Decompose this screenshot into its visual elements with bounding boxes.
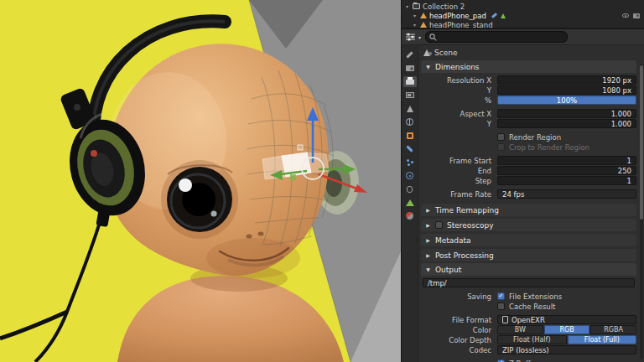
- tab-modifiers[interactable]: [403, 143, 417, 154]
- field-label: Step: [421, 177, 497, 185]
- character: [107, 44, 344, 362]
- tab-object[interactable]: [403, 130, 417, 141]
- tab-material[interactable]: [403, 210, 417, 221]
- physics-icon: [406, 172, 413, 179]
- file-extensions-checkbox[interactable]: ✓: [497, 292, 505, 300]
- output-path-field[interactable]: /tmp/: [423, 278, 635, 287]
- frame-step-field[interactable]: 1: [497, 176, 636, 185]
- tab-tool[interactable]: [403, 49, 417, 60]
- properties-tab-strip: [402, 45, 418, 362]
- editor-type-button[interactable]: ▾: [405, 32, 423, 42]
- field-value: OpenEXR: [512, 316, 545, 324]
- outliner: ▾ Collection 2 ▾ headPhone_pad ▾: [402, 0, 644, 29]
- disable-in-render-icon[interactable]: [633, 13, 640, 18]
- properties-scrollbar[interactable]: [640, 64, 643, 359]
- resolution-x-field[interactable]: 1920 px: [497, 75, 636, 85]
- expand-arrow-icon[interactable]: ▾: [413, 22, 420, 28]
- outliner-row-collection[interactable]: ▾ Collection 2: [402, 2, 644, 11]
- mesh-object-icon: [420, 13, 427, 18]
- outliner-item-label[interactable]: headPhone_stand: [429, 21, 493, 29]
- stereoscopy-checkbox[interactable]: ✓: [435, 221, 443, 229]
- tab-object-data[interactable]: [403, 197, 417, 208]
- properties-search-input[interactable]: [425, 31, 568, 43]
- scene-icon: [407, 106, 413, 112]
- modifiers-wrench-icon: [406, 145, 413, 152]
- post-processing-panel-header[interactable]: ▶ Post Processing: [421, 249, 636, 261]
- field-value: 1080 px: [602, 86, 631, 95]
- breadcrumb: Scene: [421, 47, 636, 59]
- expand-arrow-icon: ▶: [425, 207, 431, 213]
- checkbox-label: Cache Result: [509, 303, 555, 311]
- tab-particles[interactable]: [403, 157, 417, 168]
- tab-render[interactable]: [403, 63, 417, 74]
- resolution-y-field[interactable]: 1080 px: [497, 85, 636, 95]
- cache-result-checkbox[interactable]: ✓: [497, 303, 505, 310]
- outliner-item-label[interactable]: Collection 2: [423, 3, 465, 11]
- tab-view-layer[interactable]: [403, 90, 417, 101]
- panel-title: Metadata: [435, 236, 471, 245]
- checkbox-label: Z Buffer: [509, 359, 538, 362]
- gizmo-plane-handle[interactable]: [290, 174, 296, 180]
- hide-in-viewport-icon[interactable]: [622, 13, 629, 18]
- metadata-panel-header[interactable]: ▶ Metadata: [421, 234, 636, 246]
- color-mode-bw[interactable]: BW: [497, 325, 543, 334]
- tab-constraints[interactable]: [403, 184, 417, 194]
- outliner-item-label[interactable]: headPhone_pad: [429, 12, 486, 20]
- tab-physics[interactable]: [403, 170, 417, 181]
- object-icon: [407, 132, 413, 139]
- field-value: 24 fps: [502, 190, 524, 199]
- aspect-y-field[interactable]: 1.000: [497, 119, 636, 128]
- field-label: File Format: [421, 316, 497, 324]
- output-panel-header[interactable]: ▼ Output: [421, 263, 636, 276]
- tab-scene[interactable]: [403, 103, 417, 114]
- crop-render-region-checkbox[interactable]: ✓: [497, 143, 505, 151]
- resolution-percent-slider[interactable]: 100%: [497, 96, 636, 105]
- tab-world[interactable]: [403, 116, 417, 127]
- outliner-row-headphone-stand[interactable]: ▾ headPhone_stand: [402, 20, 644, 29]
- color-mode-rgb[interactable]: RGB: [544, 325, 590, 334]
- field-label: Color Depth: [421, 336, 497, 344]
- outliner-row-headphone-pad[interactable]: ▾ headPhone_pad: [402, 11, 644, 20]
- particles-icon: [407, 159, 409, 162]
- eye-highlight: [179, 178, 192, 192]
- field-value: 100%: [557, 96, 577, 105]
- field-label: Frame Start: [421, 157, 497, 165]
- panel-title: Output: [435, 266, 461, 274]
- material-icon: [406, 212, 413, 220]
- depth-float-full[interactable]: Float (Full): [568, 335, 637, 344]
- depth-float-half[interactable]: Float (Half): [497, 335, 567, 344]
- panel-title: Dimensions: [435, 63, 480, 71]
- tab-output[interactable]: [403, 76, 417, 87]
- blender-window: ▾ Collection 2 ▾ headPhone_pad ▾: [0, 0, 644, 362]
- render-region-checkbox[interactable]: ✓: [497, 133, 505, 141]
- frame-end-field[interactable]: 250: [497, 166, 636, 175]
- aspect-x-field[interactable]: 1.000: [497, 109, 636, 118]
- color-mode-rgba[interactable]: RGBA: [590, 325, 636, 334]
- field-value: 1.000: [611, 110, 631, 118]
- view-layer-icon: [406, 92, 414, 98]
- field-label: Saving: [421, 292, 497, 301]
- field-value: 1: [627, 157, 631, 165]
- file-format-dropdown[interactable]: OpenEXR: [497, 315, 636, 324]
- 3d-viewport[interactable]: [0, 0, 401, 362]
- panel-title: Post Processing: [435, 251, 494, 260]
- frame-start-field[interactable]: 1: [497, 156, 636, 165]
- expand-arrow-icon[interactable]: ▾: [406, 3, 413, 9]
- field-label: Color: [421, 326, 497, 334]
- properties-header: ▾: [402, 29, 644, 45]
- modifier-badge-icon: [491, 13, 497, 18]
- field-label: Y: [421, 120, 497, 128]
- expand-arrow-icon: ▼: [425, 64, 431, 70]
- stereoscopy-panel-header[interactable]: ▶ ✓ Stereoscopy: [421, 219, 636, 231]
- expand-arrow-icon: ▼: [425, 266, 431, 272]
- eye: [161, 160, 238, 239]
- codec-dropdown[interactable]: ZIP (lossless): [497, 345, 636, 354]
- time-remapping-panel-header[interactable]: ▶ Time Remapping: [421, 204, 636, 216]
- dimensions-panel-header[interactable]: ▼ Dimensions: [421, 60, 636, 73]
- viewport-canvas: [0, 0, 401, 362]
- dropdown-arrow-icon: ▾: [417, 34, 423, 40]
- frame-rate-dropdown[interactable]: 24 fps: [497, 189, 636, 199]
- checkbox-label: Render Region: [509, 133, 561, 142]
- field-label: End: [421, 167, 497, 175]
- expand-arrow-icon[interactable]: ▾: [413, 13, 420, 18]
